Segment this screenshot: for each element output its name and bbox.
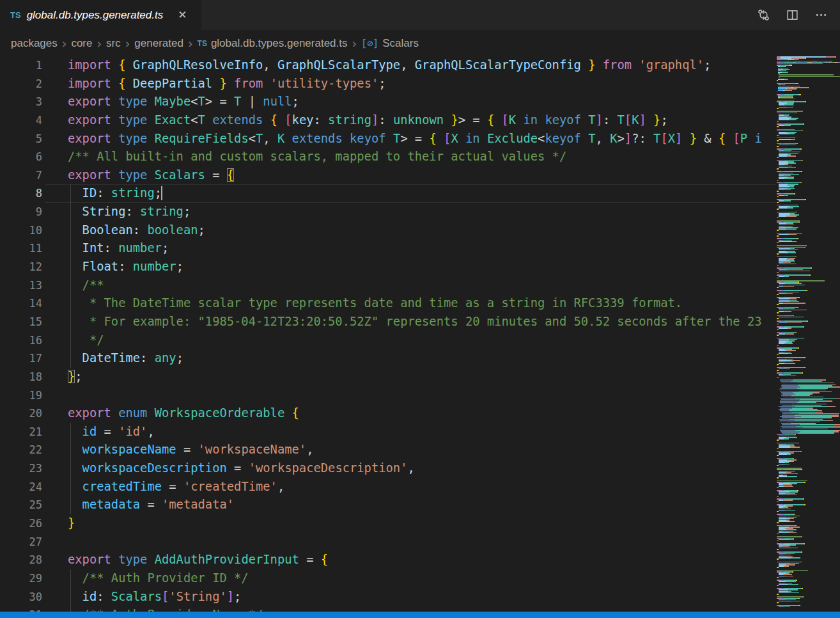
code-line-content: /** (45, 276, 775, 295)
line-number: 30 (0, 588, 45, 606)
code-line[interactable]: 18}; (0, 368, 775, 386)
breadcrumb-label: src (106, 37, 121, 50)
code-token: , (400, 58, 407, 72)
code-line[interactable]: 13 /** (0, 276, 775, 295)
code-line-content: workspaceName = 'workspaceName', (45, 441, 775, 459)
code-line-content: * The DateTime scalar type represents da… (45, 294, 775, 313)
more-actions-icon[interactable] (815, 9, 827, 21)
code-token: * For example: "1985-04-12T23:20:50.52Z"… (68, 315, 762, 328)
code-line[interactable]: 11 Int: number; (0, 239, 775, 258)
line-number: 24 (0, 478, 45, 496)
breadcrumb-item-packages[interactable]: packages (11, 37, 58, 50)
line-number: 17 (0, 349, 45, 368)
code-token: ; (292, 95, 299, 108)
code-token: X (451, 132, 458, 145)
code-token: [ (625, 113, 632, 127)
editor[interactable]: 1import { GraphQLResolveInfo, GraphQLSca… (0, 56, 775, 612)
code-token: boolean (140, 223, 198, 237)
code-token: export (68, 95, 111, 108)
code-line[interactable]: 22 workspaceName = 'workspaceName', (0, 441, 775, 459)
code-line[interactable]: 1import { GraphQLResolveInfo, GraphQLSca… (0, 56, 775, 75)
code-token: K (632, 113, 639, 127)
line-number: 9 (0, 203, 45, 221)
code-line[interactable]: 21 id = 'id', (0, 423, 775, 441)
code-line[interactable]: 28export type AddAuthProviderInput = { (0, 551, 775, 569)
code-token: T (198, 95, 205, 108)
split-editor-icon[interactable] (786, 9, 798, 21)
minimap[interactable] (775, 56, 840, 612)
code-token: < (538, 132, 545, 145)
code-line-content: Float: number; (45, 258, 775, 276)
code-line[interactable]: 7export type Scalars = { (0, 166, 775, 185)
code-token: T (256, 132, 263, 145)
code-line-content: */ (45, 331, 775, 350)
code-line[interactable]: 5export type RequireFields<T, K extends … (0, 130, 775, 148)
code-token: string (104, 186, 155, 200)
code-token: = (299, 553, 314, 566)
breadcrumb-item-scalars[interactable]: [⊘]Scalars (361, 37, 419, 50)
code-line[interactable]: 8 ID: string; (0, 184, 775, 203)
code-line[interactable]: 23 workspaceDescription = 'workspaceDesc… (0, 459, 775, 478)
code-line[interactable]: 30 id: Scalars['String']; (0, 588, 775, 606)
code-token: GraphQLScalarTypeConfig (407, 58, 580, 72)
code-line[interactable]: 10 Boolean: boolean; (0, 221, 775, 240)
open-changes-icon[interactable] (758, 9, 770, 21)
code-token: , (263, 58, 270, 72)
code-line-content: export type Maybe<T> = T | null; (45, 93, 775, 111)
code-line[interactable]: 26} (0, 514, 775, 533)
code-line[interactable]: 31 /** Auth Provider Name */ (0, 606, 775, 612)
code-line[interactable]: 27 (0, 533, 775, 551)
code-line[interactable]: 17 DateTime: any; (0, 349, 775, 368)
code-line[interactable]: 20export enum WorkspaceOrderable { (0, 404, 775, 423)
code-line[interactable]: 2import { DeepPartial } from 'utility-ty… (0, 75, 775, 93)
code-token (480, 113, 487, 127)
code-line[interactable]: 24 createdTime = 'createdTime', (0, 478, 775, 496)
code-token: T (646, 132, 661, 145)
code-line[interactable]: 6/** All built-in and custom scalars, ma… (0, 148, 775, 166)
code-token: import (68, 77, 111, 90)
code-token (682, 132, 689, 145)
code-token: , (263, 132, 270, 145)
close-tab-icon[interactable]: ✕ (175, 8, 189, 22)
breadcrumb-item-src[interactable]: src (106, 37, 121, 50)
code-line-content: export type Exact<T extends { [key: stri… (45, 111, 775, 130)
indent-guide-line (70, 569, 71, 588)
code-token: number (111, 241, 162, 255)
code-line[interactable]: 14 * The DateTime scalar type represents… (0, 294, 775, 313)
code-line[interactable]: 12 Float: number; (0, 258, 775, 276)
code-token: , (147, 425, 154, 438)
code-token: { (227, 168, 234, 182)
code-line[interactable]: 29 /** Auth Provider ID */ (0, 569, 775, 588)
code-token: : (125, 205, 132, 218)
indent-guide-line (70, 276, 71, 295)
code-line[interactable]: 4export type Exact<T extends { [key: str… (0, 111, 775, 130)
code-token: [ (162, 590, 169, 603)
code-token: export (68, 553, 111, 566)
code-token: > = (400, 132, 422, 145)
code-token: T (198, 113, 205, 127)
code-line-content: export type Scalars = { (45, 166, 775, 185)
tab-global-db-types[interactable]: TS global.db.types.generated.ts ✕ (0, 0, 201, 30)
code-token: Exclude (480, 132, 538, 145)
status-bar (0, 612, 840, 618)
code-token: = (205, 168, 220, 182)
code-line[interactable]: 16 */ (0, 331, 775, 350)
code-line[interactable]: 25 metadata = 'metadata' (0, 496, 775, 514)
breadcrumb-item-generated[interactable]: generated (134, 37, 183, 50)
code-token: number (125, 260, 176, 273)
breadcrumb-item-global-db-types-generated-ts[interactable]: TSglobal.db.types.generated.ts (198, 37, 348, 50)
indent-guide-line (70, 203, 71, 221)
code-line-content: workspaceDescription = 'workspaceDescrip… (45, 459, 775, 478)
code-token: ; (75, 370, 82, 383)
code-line[interactable]: 15 * For example: "1985-04-12T23:20:50.5… (0, 313, 775, 331)
code-line[interactable]: 9 String: string; (0, 203, 775, 221)
code-line[interactable]: 19 (0, 386, 775, 405)
code-token: { (292, 406, 299, 420)
indent-guide-line (70, 239, 71, 258)
code-line-content: }; (45, 368, 775, 386)
code-token: /** (68, 278, 104, 292)
code-line[interactable]: 3export type Maybe<T> = T | null; (0, 93, 775, 111)
breadcrumb-item-core[interactable]: core (71, 37, 92, 50)
code-token: createdTime (68, 480, 162, 493)
code-token: K (509, 113, 516, 127)
